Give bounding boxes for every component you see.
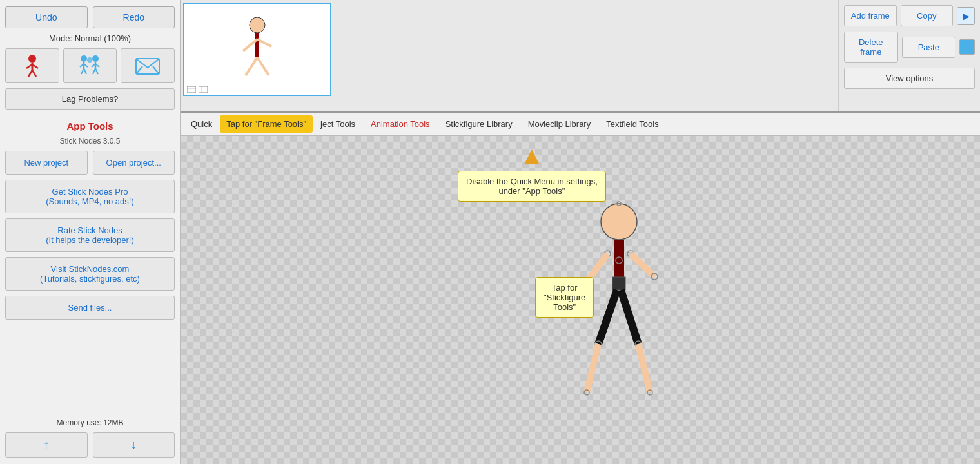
copy-button[interactable]: Copy <box>901 5 954 26</box>
rate-button[interactable]: Rate Stick Nodes(It helps the developer!… <box>5 218 175 252</box>
svg-point-22 <box>250 17 265 33</box>
app-tools-label: App Tools <box>66 121 113 131</box>
envelope-icon-button[interactable] <box>121 48 175 83</box>
canvas-area[interactable]: ▲ Disable the Quick Menu in settings,und… <box>181 136 980 464</box>
tab-textfield-tools[interactable]: Textfield Tools <box>598 115 666 133</box>
svg-line-40 <box>631 254 654 276</box>
frame-icon-1 <box>187 86 196 93</box>
svg-point-0 <box>28 55 36 63</box>
svg-line-25 <box>257 39 271 46</box>
svg-line-44 <box>621 290 638 344</box>
frame-bottom-icons <box>187 86 208 93</box>
send-files-button[interactable]: Send files... <box>5 296 175 320</box>
frame-stickfigure <box>225 11 289 88</box>
play-button[interactable]: ▶ <box>957 7 975 25</box>
frame-controls: Add frame Copy ▶ Delete frame Paste View… <box>838 0 980 111</box>
tab-movieclip-library[interactable]: Movieclip Library <box>520 115 599 133</box>
group-icon <box>77 54 103 77</box>
version-label: Stick Nodes 3.0.5 <box>59 137 120 146</box>
svg-line-11 <box>84 68 86 74</box>
quick-menu-tooltip: Disable the Quick Menu in settings,under… <box>458 171 606 202</box>
envelope-icon <box>135 56 161 75</box>
memory-label: Memory use: 12MB <box>56 418 123 427</box>
svg-point-18 <box>87 57 92 63</box>
tab-object-tools[interactable]: ject Tools <box>313 115 363 133</box>
svg-line-24 <box>243 39 257 51</box>
tab-stickfigure-library[interactable]: Stickfigure Library <box>438 115 520 133</box>
tab-animation-tools[interactable]: Animation Tools <box>363 115 438 133</box>
stickfigure-tools-tooltip: Tap for "Stickfigure Tools" <box>535 277 594 318</box>
svg-line-27 <box>257 57 269 75</box>
open-project-button[interactable]: Open project... <box>93 151 175 175</box>
svg-line-47 <box>587 344 598 392</box>
scroll-down-button[interactable]: ↓ <box>93 432 175 458</box>
mode-label: Mode: Normal (100%) <box>49 34 131 43</box>
svg-line-20 <box>136 66 142 74</box>
delete-frame-button[interactable]: Delete frame <box>844 32 898 63</box>
frame-tools-arrow-up: ▲ <box>519 142 545 168</box>
svg-line-16 <box>93 68 95 74</box>
tab-frame-tools[interactable]: Tap for "Frame Tools" <box>220 115 313 133</box>
toolbar: Quick Tap for "Frame Tools" ject Tools A… <box>181 113 980 136</box>
visit-button[interactable]: Visit StickNodes.com(Tutorials, stickfig… <box>5 257 175 291</box>
view-options-button[interactable]: View options <box>844 68 975 89</box>
svg-rect-30 <box>199 86 208 93</box>
group-icon-button[interactable] <box>63 48 117 83</box>
svg-rect-36 <box>612 277 625 290</box>
svg-line-21 <box>153 66 159 74</box>
person-icon <box>23 54 42 77</box>
paste-button[interactable]: Paste <box>902 37 956 58</box>
divider <box>5 115 175 115</box>
svg-rect-28 <box>187 86 196 93</box>
frames-area <box>181 0 838 111</box>
new-project-button[interactable]: New project <box>5 151 88 175</box>
svg-point-32 <box>601 204 637 240</box>
undo-button[interactable]: Undo <box>5 6 88 28</box>
frame-icon-2 <box>199 86 208 93</box>
right-panel: Add frame Copy ▶ Delete frame Paste View… <box>181 0 980 464</box>
blue-indicator <box>959 39 975 55</box>
person-icon-button[interactable] <box>5 48 59 83</box>
svg-line-5 <box>32 70 36 77</box>
get-pro-button[interactable]: Get Stick Nodes Pro(Sounds, MP4, no ads!… <box>5 180 175 213</box>
top-bar: Add frame Copy ▶ Delete frame Paste View… <box>181 0 980 113</box>
redo-button[interactable]: Redo <box>93 6 175 28</box>
sidebar: Undo Redo Mode: Normal (100%) <box>0 0 181 464</box>
scroll-up-button[interactable]: ↑ <box>5 432 88 458</box>
stickfigure-tools-arrow-group: ◀ Tap for "Stickfigure Tools" <box>535 284 556 311</box>
svg-line-48 <box>638 344 650 392</box>
lag-problems-button[interactable]: Lag Problems? <box>5 88 175 110</box>
svg-point-12 <box>92 55 99 62</box>
svg-line-17 <box>95 68 98 74</box>
svg-point-6 <box>81 55 87 62</box>
add-frame-button[interactable]: Add frame <box>844 5 897 26</box>
frame-tools-arrow-group: ▲ Disable the Quick Menu in settings,und… <box>458 142 606 202</box>
svg-line-26 <box>246 57 257 75</box>
frame-thumbnail[interactable] <box>183 3 331 96</box>
tab-quick[interactable]: Quick <box>183 115 220 133</box>
svg-line-43 <box>598 290 617 344</box>
svg-line-4 <box>28 70 32 77</box>
svg-line-10 <box>81 68 84 74</box>
